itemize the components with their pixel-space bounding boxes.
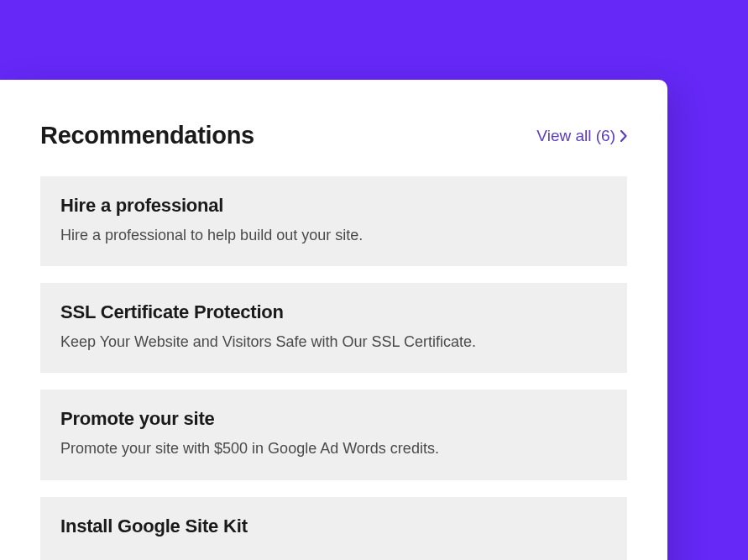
recommendation-card[interactable]: Install Google Site Kit [40,497,627,560]
view-all-link[interactable]: View all (6) [536,127,627,145]
card-description: Keep Your Website and Visitors Safe with… [60,332,607,353]
card-description: Promote your site with $500 in Google Ad… [60,438,607,459]
panel-title: Recommendations [40,122,254,149]
card-title: Hire a professional [60,195,607,217]
recommendation-card[interactable]: Promote your site Promote your site with… [40,390,627,479]
chevron-right-icon [620,130,627,142]
card-description: Hire a professional to help build out yo… [60,225,607,246]
view-all-label: View all (6) [536,127,615,145]
panel-header: Recommendations View all (6) [40,122,627,149]
card-title: Install Google Site Kit [60,516,607,537]
recommendation-card[interactable]: Hire a professional Hire a professional … [40,176,627,266]
recommendation-card[interactable]: SSL Certificate Protection Keep Your Web… [40,283,627,373]
card-title: SSL Certificate Protection [60,301,607,323]
card-title: Promote your site [60,408,607,430]
recommendations-panel: Recommendations View all (6) Hire a prof… [0,80,667,560]
